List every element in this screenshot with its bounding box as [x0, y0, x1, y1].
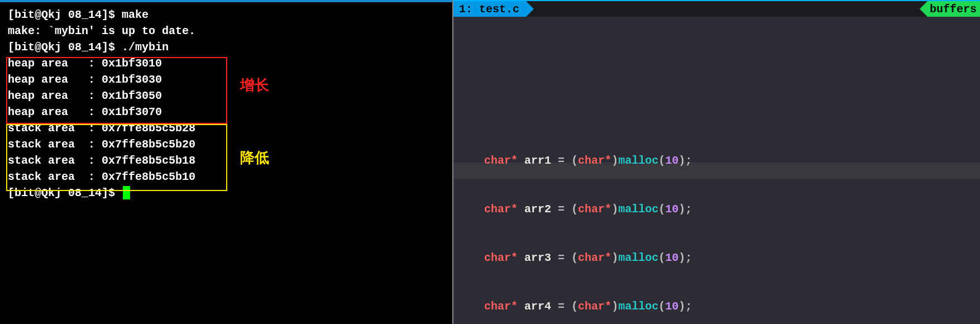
heap-output-line: heap area : 0x1bf3010	[8, 55, 450, 72]
shell-command: make	[122, 8, 149, 21]
editor-body[interactable]: char* arr1 = (char*)malloc(10); char* ar…	[453, 17, 980, 324]
annotation-shrink: 降低	[240, 147, 269, 169]
tabbar-spacer	[534, 1, 920, 17]
stack-output-line: stack area : 0x7ffe8b5c5b28	[8, 120, 450, 136]
tab-test-c[interactable]: 1: test.c	[453, 1, 534, 17]
stack-output-line: stack area : 0x7ffe8b5c5b10	[8, 169, 450, 185]
heap-output-line: heap area : 0x1bf3050	[8, 88, 450, 104]
tab-label: 1: test.c	[459, 1, 519, 17]
terminal-line: [bit@Qkj 08_14]$ ./mybin	[8, 39, 450, 55]
heap-output-line: heap area : 0x1bf3030	[8, 72, 450, 88]
heap-output-line: heap area : 0x1bf3070	[8, 104, 450, 120]
shell-command: ./mybin	[122, 41, 169, 54]
stack-output-line: stack area : 0x7ffe8b5c5b18	[8, 153, 450, 169]
editor-pane[interactable]: 1: test.c buffers char* arr1 = (char*)ma…	[453, 0, 980, 324]
shell-prompt: [bit@Qkj 08_14]$	[8, 187, 122, 199]
buffers-label: buffers	[930, 1, 977, 17]
buffers-badge[interactable]: buffers	[920, 1, 980, 17]
terminal-line: [bit@Qkj 08_14]$ make	[8, 7, 450, 23]
shell-prompt: [bit@Qkj 08_14]$	[8, 8, 122, 21]
terminal-cursor	[123, 186, 130, 199]
code-line: char* arr4 = (char*)malloc(10);	[484, 298, 980, 315]
editor-tabbar: 1: test.c buffers	[453, 0, 980, 17]
annotation-grow: 增长	[240, 75, 269, 96]
stack-output-line: stack area : 0x7ffe8b5c5b20	[8, 136, 450, 153]
code-line: char* arr2 = (char*)malloc(10);	[484, 201, 980, 217]
shell-prompt: [bit@Qkj 08_14]$	[8, 41, 122, 54]
code-line: char* arr3 = (char*)malloc(10);	[484, 250, 980, 266]
terminal-pane[interactable]: [bit@Qkj 08_14]$ make make: `mybin' is u…	[0, 0, 453, 324]
make-output: make: `mybin' is up to date.	[8, 23, 450, 39]
terminal-line: [bit@Qkj 08_14]$	[8, 185, 450, 201]
